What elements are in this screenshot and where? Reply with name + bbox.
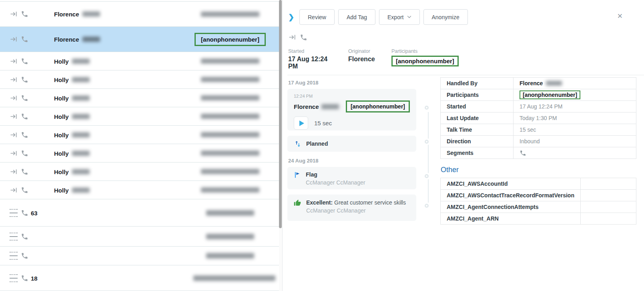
phone-icon xyxy=(21,252,28,260)
scrollbar-thumb[interactable] xyxy=(279,0,282,228)
phone-icon xyxy=(21,186,28,194)
direction-label: Direction xyxy=(441,136,514,147)
planned-event-card[interactable]: Planned xyxy=(287,136,416,152)
phone-icon xyxy=(21,209,28,217)
timeline-node xyxy=(425,174,429,178)
redacted-phone-number xyxy=(206,210,254,216)
list-item[interactable]: Holly xyxy=(0,163,279,181)
list-item[interactable]: Holly xyxy=(0,52,279,70)
phone-icon xyxy=(21,233,28,240)
inbound-arrow-icon xyxy=(10,10,18,18)
redacted-surname xyxy=(72,114,90,119)
list-item[interactable]: 18 xyxy=(0,265,279,291)
timeline-node xyxy=(425,140,429,144)
contact-timeline: 17 Aug 2018 12:24 PM Florence [anonphone… xyxy=(287,75,416,226)
attribute-label: AMZCI_AWSAccountId xyxy=(441,178,581,190)
export-menu-button[interactable]: Export xyxy=(379,9,419,25)
started-value: 17 Aug 12:24 PM xyxy=(514,101,636,112)
list-item[interactable]: Holly xyxy=(0,144,279,163)
contact-name: Holly xyxy=(54,187,69,193)
attribute-label: AMZCI_Agent_ARN xyxy=(441,213,581,225)
contact-search-app: Florence Florence [anonphonenumber] Holl… xyxy=(0,0,644,291)
originator-value: Florence xyxy=(348,56,375,63)
contact-name: Florence xyxy=(54,36,79,43)
redacted-phone-number xyxy=(206,253,254,259)
phone-icon xyxy=(21,36,28,43)
anonymized-number-highlight: [anonphonenumber] xyxy=(195,33,266,46)
redacted-surname xyxy=(72,95,90,100)
list-item[interactable]: 63 xyxy=(0,199,279,227)
table-row: AMZCI_Agent_ARN xyxy=(441,213,636,225)
contact-name: Holly xyxy=(54,58,69,64)
talk-time-label: Talk Time xyxy=(441,124,514,136)
redacted-phone-number xyxy=(201,58,259,64)
add-tag-button[interactable]: Add Tag xyxy=(338,9,375,25)
list-item[interactable] xyxy=(0,227,279,247)
table-row: AMZCI_AgentConnectionAttempts xyxy=(441,201,636,213)
rating-title: Excellent: xyxy=(306,199,333,206)
review-button[interactable]: Review xyxy=(299,9,335,25)
redacted-surname xyxy=(546,81,562,86)
participants-label: Participants xyxy=(441,89,514,101)
list-item[interactable]: Holly xyxy=(0,107,279,126)
list-item[interactable]: Florence xyxy=(0,1,279,27)
list-item[interactable]: Holly xyxy=(0,181,279,199)
list-item[interactable]: Holly xyxy=(0,70,279,89)
list-scrollbar[interactable] xyxy=(279,0,282,291)
list-item[interactable]: Holly xyxy=(0,126,279,144)
redacted-surname xyxy=(82,37,100,42)
rating-author: CcManager CcManager xyxy=(306,207,406,214)
list-item-selected[interactable]: Florence [anonphonenumber] xyxy=(0,27,279,52)
redacted-phone-number xyxy=(193,275,275,281)
rating-text: Great customer service skills xyxy=(334,199,406,206)
flag-icon xyxy=(294,171,301,179)
list-item[interactable]: Holly xyxy=(0,89,279,107)
contact-name: Holly xyxy=(54,76,69,83)
rating-event-card[interactable]: Excellent: Great customer service skills… xyxy=(287,195,416,221)
inbound-arrow-icon xyxy=(10,186,18,194)
recording-card: 12:24 PM Florence [anonphonenumber] xyxy=(287,89,416,130)
campaign-queue-icon xyxy=(10,233,18,241)
contact-name: Holly xyxy=(54,94,69,101)
contact-count: 18 xyxy=(31,275,38,281)
phone-icon xyxy=(21,112,28,120)
contact-summary-header: Started 17 Aug 12:24 PM Originator Flore… xyxy=(288,48,644,70)
contact-detail-panel: ❯ Review Add Tag Export Anonymize ✕ Star… xyxy=(282,0,644,291)
close-icon[interactable]: ✕ xyxy=(617,13,623,20)
collapse-panel-chevron-icon[interactable]: ❯ xyxy=(287,13,299,22)
redacted-phone-number xyxy=(201,95,259,100)
redacted-phone-number xyxy=(201,132,259,137)
inbound-arrow-icon xyxy=(10,94,18,102)
anonymize-button[interactable]: Anonymize xyxy=(423,9,468,25)
contact-name: Holly xyxy=(54,150,69,157)
flag-title: Flag xyxy=(306,171,365,178)
timeline-date: 17 Aug 2018 xyxy=(288,80,416,86)
redacted-surname xyxy=(72,151,90,156)
timeline-node xyxy=(425,106,429,110)
contact-name: Holly xyxy=(54,113,69,120)
redacted-surname xyxy=(72,58,90,64)
inbound-arrow-icon xyxy=(10,168,18,176)
started-label: Started xyxy=(441,101,514,112)
redacted-surname xyxy=(72,187,90,193)
redacted-surname xyxy=(321,104,339,109)
table-row: AMZCI_AWSContactTraceRecordFormatVersion xyxy=(441,190,636,201)
contact-name: Florence xyxy=(54,11,79,18)
flag-event-card[interactable]: Flag CcManager CcManager xyxy=(287,167,416,189)
phone-icon xyxy=(21,274,28,282)
play-recording-button[interactable] xyxy=(294,116,308,130)
table-row: Participants [anonphonenumber] xyxy=(441,89,636,101)
contact-info-table: Handled By Florence Participants [anonph… xyxy=(440,77,636,159)
last-update-value: Today 1:30 PM xyxy=(514,112,636,124)
talk-time-value: 15 sec xyxy=(514,124,636,136)
redacted-phone-number xyxy=(201,169,259,174)
inbound-arrow-icon xyxy=(10,35,18,43)
inbound-arrow-icon xyxy=(10,57,18,65)
list-item[interactable] xyxy=(0,247,279,265)
campaign-queue-icon xyxy=(10,252,18,260)
table-row: Direction Inbound xyxy=(441,136,636,147)
planned-label: Planned xyxy=(306,140,328,147)
phone-icon xyxy=(21,94,28,102)
table-row: Started 17 Aug 12:24 PM xyxy=(441,101,636,112)
table-row: Last Update Today 1:30 PM xyxy=(441,112,636,124)
